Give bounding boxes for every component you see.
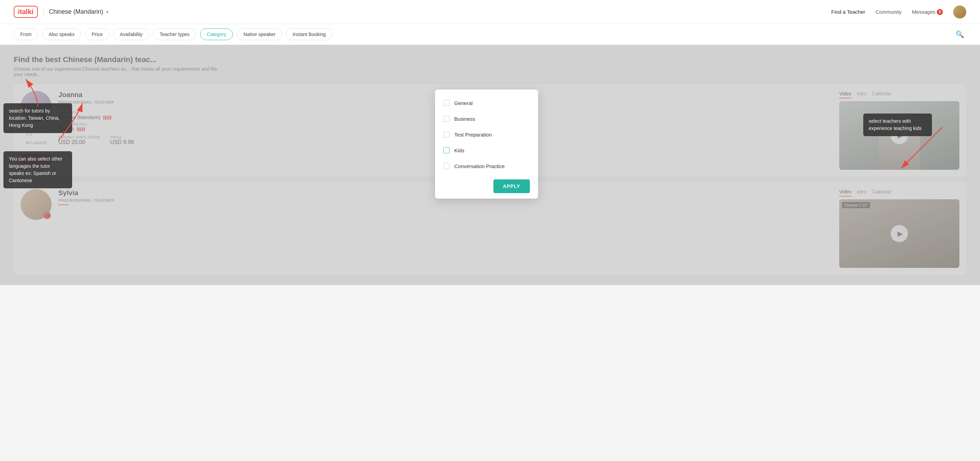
label-test-prep: Test Preparation — [454, 132, 492, 138]
filter-category[interactable]: Category — [200, 29, 233, 40]
search-icon[interactable]: 🔍 — [954, 28, 966, 40]
category-test-prep[interactable]: Test Preparation — [435, 127, 538, 143]
filter-price[interactable]: Price — [85, 29, 109, 40]
messages-badge-count: 5 — [937, 9, 943, 15]
label-conversation: Conversation Practice — [454, 163, 505, 169]
language-label: Chinese (Mandarin) — [49, 8, 103, 16]
checkbox-general[interactable] — [443, 100, 449, 106]
category-business[interactable]: Business — [435, 111, 538, 127]
dropdown-footer: APPLY — [435, 174, 538, 199]
main-content: Find the best Chinese (Mandarin) teac...… — [0, 45, 980, 285]
checkbox-conversation[interactable] — [443, 163, 449, 169]
checkbox-test-prep[interactable] — [443, 131, 449, 138]
filter-availability[interactable]: Availability — [113, 29, 149, 40]
category-general[interactable]: General — [435, 95, 538, 111]
nav-community[interactable]: Community — [876, 9, 902, 15]
category-dropdown: General Business Test Preparation Kids C… — [435, 90, 538, 199]
filter-teacher-types[interactable]: Teacher types — [153, 29, 196, 40]
nav-find-teacher[interactable]: Find a Teacher — [831, 9, 865, 15]
nav-links: Find a Teacher Community Messages 5 — [831, 5, 966, 19]
logo-area: italki Chinese (Mandarin) ▾ — [14, 6, 108, 18]
label-general: General — [454, 100, 473, 106]
annotation-from: search for tutors by location: Taiwan, C… — [3, 103, 72, 133]
filter-instant-booking[interactable]: Instant Booking — [286, 29, 332, 40]
label-business: Business — [454, 116, 475, 122]
label-kids: Kids — [454, 147, 464, 153]
chevron-down-icon: ▾ — [106, 9, 108, 15]
category-kids[interactable]: Kids — [435, 143, 538, 158]
filter-also-speaks[interactable]: Also speaks — [42, 29, 81, 40]
category-conversation[interactable]: Conversation Practice — [435, 158, 538, 174]
nav-messages[interactable]: Messages 5 — [912, 9, 943, 15]
language-selector[interactable]: Chinese (Mandarin) ▾ — [49, 8, 108, 16]
avatar-image — [953, 5, 966, 19]
messages-label: Messages — [912, 9, 935, 15]
filter-native-speaker[interactable]: Native speaker — [237, 29, 282, 40]
italki-logo[interactable]: italki — [14, 6, 38, 18]
filter-from[interactable]: From — [14, 29, 38, 40]
header-divider — [43, 7, 44, 17]
checkbox-business[interactable] — [443, 116, 449, 122]
apply-button[interactable]: APPLY — [493, 179, 530, 193]
annotation-also-speaks: You can also select other languages the … — [3, 151, 72, 188]
avatar[interactable] — [953, 5, 966, 19]
checkbox-kids[interactable] — [443, 147, 449, 153]
annotation-kids: select teachers with experience teaching… — [863, 114, 932, 136]
filter-bar: From Also speaks Price Availability Teac… — [0, 24, 980, 45]
header: italki Chinese (Mandarin) ▾ Find a Teach… — [0, 0, 980, 24]
